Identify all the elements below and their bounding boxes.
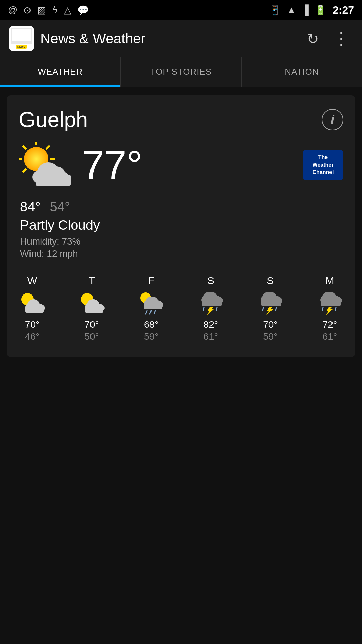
forecast-lo-t1: 50° — [84, 331, 99, 342]
tab-top-stories[interactable]: TOP STORIES — [121, 57, 241, 87]
forecast-label-f: F — [148, 275, 154, 286]
svg-rect-2 — [12, 29, 31, 41]
current-weather-icon — [19, 142, 72, 189]
menu-button[interactable]: ⋮ — [329, 25, 353, 52]
forecast-icon-w — [19, 291, 46, 315]
wind: Wind: 12 mph — [20, 248, 343, 259]
current-weather-row: 77° TheWeatherChannel — [19, 142, 343, 189]
svg-line-54 — [276, 307, 276, 311]
svg-rect-22 — [36, 175, 71, 186]
forecast-row: W 70° 46° T — [19, 275, 343, 342]
weather-condition: Partly Cloudy — [20, 218, 343, 233]
image-icon: ▨ — [37, 5, 46, 16]
forecast-icon-t1 — [78, 291, 105, 315]
high-temp: 84° — [20, 199, 41, 214]
forecast-icon-f — [138, 291, 165, 315]
tab-weather[interactable]: WEATHER — [0, 57, 121, 87]
forecast-lo-w: 46° — [25, 331, 39, 342]
svg-line-60 — [322, 307, 323, 311]
svg-rect-58 — [321, 299, 341, 306]
battery-icon: 🔋 — [315, 5, 326, 16]
forecast-icon-s2 — [257, 291, 284, 315]
svg-line-47 — [216, 307, 217, 311]
forecast-day-t1: T 70° 50° — [78, 275, 105, 342]
low-temp: 54° — [50, 199, 70, 214]
forecast-temps-f: 68° 59° — [144, 319, 158, 342]
app-header: NEWS News & Weather ↻ ⋮ — [0, 20, 362, 57]
svg-line-39 — [150, 311, 151, 314]
signal-icon: ▐ — [302, 5, 309, 15]
city-row: Guelph i — [19, 107, 343, 132]
forecast-hi-m: 72° — [323, 319, 337, 330]
forecast-temps-s2: 70° 59° — [263, 319, 277, 342]
svg-rect-27 — [25, 306, 44, 313]
forecast-temps-s1: 82° 61° — [204, 319, 218, 342]
city-name: Guelph — [19, 107, 88, 132]
forecast-lo-s1: 61° — [204, 331, 218, 342]
steam-delta-icon: △ — [64, 5, 71, 16]
svg-line-53 — [263, 307, 263, 311]
forecast-hi-f: 68° — [144, 319, 158, 330]
forecast-hi-w: 70° — [25, 319, 39, 330]
forecast-temps-t1: 70° 50° — [84, 319, 99, 342]
svg-rect-44 — [202, 299, 222, 306]
current-temperature: 77° — [82, 145, 142, 185]
status-icons-right: 📱 ▲ ▐ 🔋 2:27 — [269, 4, 354, 16]
refresh-button[interactable]: ↻ — [303, 27, 322, 51]
forecast-temps-m: 72° 61° — [323, 319, 337, 342]
forecast-label-w: W — [27, 275, 37, 286]
weather-card: Guelph i — [7, 95, 355, 357]
svg-line-12 — [23, 146, 26, 149]
forecast-label-s2: S — [267, 275, 274, 286]
svg-rect-37 — [144, 303, 162, 309]
app-logo: NEWS — [9, 26, 34, 51]
svg-marker-59 — [326, 307, 333, 315]
steam-s-icon: ϟ — [52, 5, 58, 16]
forecast-day-f: F 68° 59° — [138, 275, 165, 342]
svg-line-61 — [335, 307, 336, 311]
forecast-label-m: M — [325, 275, 334, 286]
svg-marker-52 — [266, 307, 273, 315]
humidity: Humidity: 73% — [20, 236, 343, 247]
weather-channel-badge: TheWeatherChannel — [303, 150, 343, 180]
phone-icon: 📱 — [269, 5, 281, 16]
tab-bar: WEATHER TOP STORIES NATION — [0, 57, 362, 87]
forecast-icon-m — [316, 291, 343, 315]
status-bar: @ ⊙ ▨ ϟ △ 💬 📱 ▲ ▐ 🔋 2:27 — [0, 0, 362, 20]
forecast-day-w: W 70° 46° — [19, 275, 46, 342]
status-icons-left: @ ⊙ ▨ ϟ △ 💬 — [8, 5, 89, 16]
svg-line-14 — [23, 169, 26, 172]
svg-text:NEWS: NEWS — [17, 45, 26, 48]
forecast-lo-f: 59° — [144, 331, 158, 342]
app-title: News & Weather — [40, 31, 297, 47]
svg-line-9 — [47, 146, 49, 149]
forecast-day-s2: S 70° 59° — [257, 275, 284, 342]
forecast-lo-m: 61° — [323, 331, 337, 342]
at-icon: @ — [8, 5, 17, 15]
forecast-temps-w: 70° 46° — [25, 319, 39, 342]
svg-line-38 — [146, 311, 147, 314]
status-time: 2:27 — [333, 4, 354, 16]
steam-circle-icon: ⊙ — [23, 5, 31, 16]
weather-details: 84° 54° Partly Cloudy Humidity: 73% Wind… — [19, 199, 343, 259]
forecast-label-s1: S — [207, 275, 214, 286]
svg-rect-32 — [85, 306, 103, 313]
svg-line-40 — [154, 311, 155, 314]
svg-line-46 — [203, 307, 204, 311]
wifi-icon: ▲ — [287, 5, 296, 15]
forecast-label-t1: T — [88, 275, 95, 286]
forecast-hi-s1: 82° — [204, 319, 218, 330]
info-button[interactable]: i — [322, 109, 343, 130]
forecast-hi-t1: 70° — [84, 319, 99, 330]
hi-lo-row: 84° 54° — [20, 199, 343, 214]
tab-nation[interactable]: NATION — [242, 57, 362, 87]
svg-rect-51 — [261, 299, 281, 306]
weather-left: 77° — [19, 142, 142, 189]
forecast-icon-s1 — [197, 291, 224, 315]
svg-marker-45 — [207, 307, 214, 315]
forecast-day-s1: S 82° 61° — [197, 275, 224, 342]
forecast-lo-s2: 59° — [263, 331, 277, 342]
forecast-hi-s2: 70° — [263, 319, 277, 330]
chat-bubble-icon: 💬 — [77, 5, 89, 16]
forecast-day-m: M 72° 61° — [316, 275, 343, 342]
